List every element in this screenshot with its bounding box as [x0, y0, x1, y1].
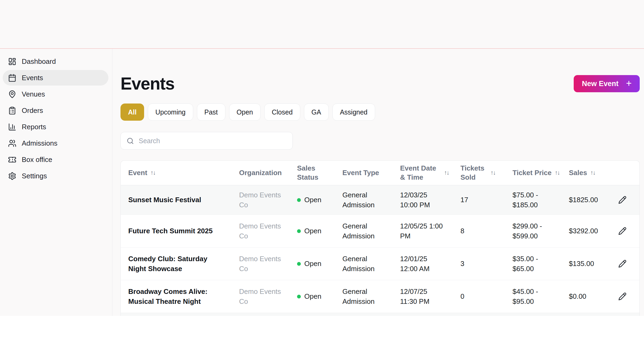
- filter-chip-closed[interactable]: Closed: [264, 104, 300, 121]
- status-badge: Open: [297, 291, 328, 301]
- calendar-icon: [8, 74, 16, 82]
- events-table: Event ↑↓ Organization Sales Status Event…: [120, 160, 640, 316]
- plus-icon: +: [626, 79, 632, 88]
- filter-chip-upcoming[interactable]: Upcoming: [148, 104, 193, 121]
- sidebar-item-label: Settings: [22, 172, 47, 180]
- status-badge: Open: [297, 195, 328, 205]
- pencil-icon: [618, 260, 627, 268]
- clipboard-list-icon: [8, 106, 16, 115]
- sales-amount: $135.00: [561, 259, 605, 269]
- sidebar-item-venues[interactable]: Venues: [3, 86, 108, 102]
- ticket-price: $75.00 - $185.00: [505, 190, 561, 210]
- sidebar-item-label: Venues: [22, 90, 45, 98]
- organization: Demo Events Co: [232, 287, 290, 306]
- filter-chip-open[interactable]: Open: [229, 104, 261, 121]
- page-title: Events: [120, 75, 174, 92]
- sales-amount: $1825.00: [561, 195, 605, 205]
- tickets-sold: 17: [453, 195, 505, 205]
- filter-chip-ga[interactable]: GA: [304, 104, 329, 121]
- filter-chip-past[interactable]: Past: [197, 104, 225, 121]
- event-type: General Admission: [335, 287, 393, 306]
- sidebar-item-orders[interactable]: Orders: [3, 103, 108, 118]
- event-name: Broadway Comes Alive: Musical Theatre Ni…: [121, 287, 232, 306]
- event-datetime: 12/01/25 12:00 AM: [393, 254, 453, 274]
- tickets-sold: 8: [453, 226, 505, 236]
- gear-icon: [8, 172, 16, 180]
- column-header-event-type: Event Type: [335, 168, 393, 178]
- users-icon: [8, 139, 16, 147]
- table-row[interactable]: Future Tech Summit 2025 Demo Events Co O…: [121, 215, 639, 248]
- sort-icon: ↑↓: [555, 169, 560, 177]
- ticket-price: $35.00 - $65.00: [505, 254, 561, 274]
- sales-amount: $0.00: [561, 291, 605, 301]
- main-content: Events New Event + All Upcoming Past Ope…: [112, 49, 644, 316]
- sidebar-item-label: Dashboard: [22, 57, 56, 66]
- sidebar-item-dashboard[interactable]: Dashboard: [3, 54, 108, 69]
- sidebar: Dashboard Events Venues Orders: [0, 49, 112, 316]
- status-dot-icon: [297, 262, 301, 266]
- sidebar-item-label: Reports: [22, 123, 46, 131]
- new-event-label: New Event: [582, 80, 619, 88]
- sidebar-item-admissions[interactable]: Admissions: [3, 135, 108, 151]
- event-name: Comedy Club: Saturday Night Showcase: [121, 254, 232, 274]
- organization: Demo Events Co: [232, 254, 290, 274]
- new-event-button[interactable]: New Event +: [574, 75, 640, 92]
- sort-icon: ↑↓: [151, 169, 155, 177]
- column-header-ticket-price[interactable]: Ticket Price ↑↓: [505, 168, 561, 178]
- sidebar-item-reports[interactable]: Reports: [3, 119, 108, 135]
- sidebar-item-label: Admissions: [22, 139, 57, 147]
- event-type: General Admission: [335, 221, 393, 241]
- filter-chip-row: All Upcoming Past Open Closed GA Assigne…: [120, 104, 640, 121]
- sidebar-item-label: Events: [22, 74, 43, 82]
- ticket-price: $299.00 - $599.00: [505, 221, 561, 241]
- table-row[interactable]: Sunset Music Festival Demo Events Co Ope…: [121, 185, 639, 215]
- status-dot-icon: [297, 198, 301, 202]
- event-name: Future Tech Summit 2025: [121, 226, 232, 236]
- table-row-partial: [121, 313, 639, 316]
- status-dot-icon: [297, 295, 301, 298]
- tickets-sold: 3: [453, 259, 505, 269]
- ticket-icon: [8, 156, 16, 164]
- edit-event-button[interactable]: [617, 258, 628, 269]
- column-header-tickets-sold[interactable]: Tickets Sold ↑↓: [453, 164, 505, 182]
- search-icon: [127, 137, 134, 145]
- edit-event-button[interactable]: [617, 194, 628, 206]
- event-name: Sunset Music Festival: [121, 195, 232, 205]
- search-box: [120, 132, 293, 150]
- column-header-event-date-time[interactable]: Event Date & Time ↑↓: [393, 164, 453, 182]
- table-header: Event ↑↓ Organization Sales Status Event…: [121, 161, 639, 185]
- event-datetime: 12/03/25 10:00 PM: [393, 190, 453, 210]
- pencil-icon: [618, 227, 627, 235]
- column-header-sales[interactable]: Sales ↑↓: [561, 168, 605, 178]
- sort-icon: ↑↓: [444, 169, 449, 177]
- edit-event-button[interactable]: [617, 291, 628, 302]
- pencil-icon: [618, 292, 627, 301]
- tickets-sold: 0: [453, 291, 505, 301]
- event-datetime: 12/07/25 11:30 PM: [393, 287, 453, 306]
- status-badge: Open: [297, 226, 328, 236]
- pencil-icon: [618, 196, 627, 204]
- status-badge: Open: [297, 259, 328, 269]
- sidebar-item-box-office[interactable]: Box office: [3, 152, 108, 167]
- event-datetime: 12/05/25 1:00 PM: [393, 221, 453, 241]
- sidebar-item-events[interactable]: Events: [3, 70, 108, 86]
- table-row[interactable]: Broadway Comes Alive: Musical Theatre Ni…: [121, 280, 639, 313]
- organization: Demo Events Co: [232, 221, 290, 241]
- column-header-event[interactable]: Event ↑↓: [121, 168, 232, 178]
- map-pin-icon: [8, 90, 16, 98]
- search-input[interactable]: [138, 137, 287, 145]
- sales-amount: $3292.00: [561, 226, 605, 236]
- sidebar-item-label: Orders: [22, 106, 43, 115]
- sidebar-item-label: Box office: [22, 156, 52, 164]
- sidebar-item-settings[interactable]: Settings: [3, 168, 108, 184]
- filter-chip-assigned[interactable]: Assigned: [332, 104, 375, 121]
- filter-chip-all[interactable]: All: [120, 104, 144, 121]
- edit-event-button[interactable]: [617, 225, 628, 237]
- organization: Demo Events Co: [232, 190, 290, 210]
- bar-chart-icon: [8, 123, 16, 131]
- column-header-organization: Organization: [232, 168, 290, 178]
- event-type: General Admission: [335, 254, 393, 274]
- sort-icon: ↑↓: [590, 169, 595, 177]
- table-row[interactable]: Comedy Club: Saturday Night Showcase Dem…: [121, 248, 639, 280]
- app-window: Dashboard Events Venues Orders: [0, 0, 644, 316]
